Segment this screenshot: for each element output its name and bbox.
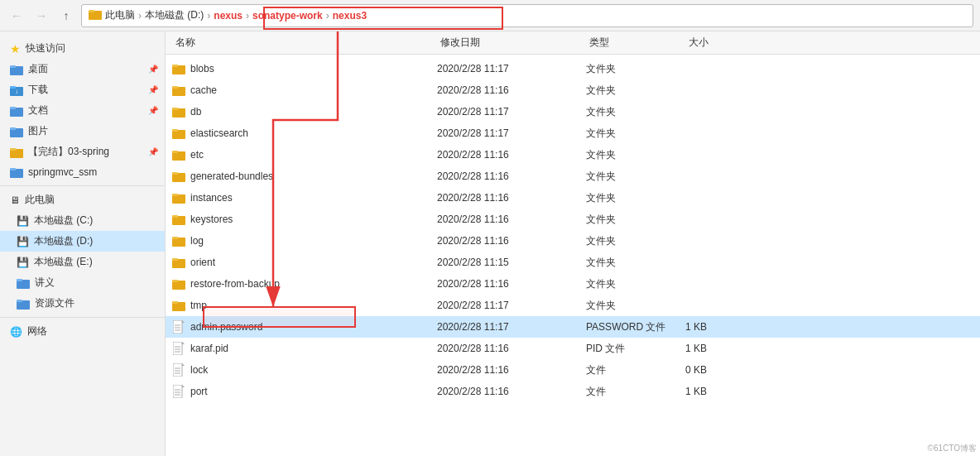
file-row[interactable]: log 2020/2/28 11:16 文件夹 [166,230,980,252]
svg-rect-42 [172,301,178,304]
file-type-cell: 文件 [586,363,685,377]
file-row[interactable]: cache 2020/2/28 11:16 文件夹 [166,79,980,101]
file-name-cell: elasticsearch [172,127,437,140]
file-name-cell: blobs [172,62,437,75]
file-name-cell: instances [172,191,437,204]
file-date-cell: 2020/2/28 11:16 [437,278,586,290]
svg-rect-1 [89,10,94,12]
sidebar-item-downloads[interactable]: ↓ 下载 📌 [0,79,165,100]
file-icon-folder [172,148,185,161]
column-headers: 名称 修改日期 类型 大小 [166,31,980,55]
file-name-cell: db [172,105,437,118]
file-type-cell: 文件夹 [586,148,685,162]
file-date-cell: 2020/2/28 11:15 [437,257,586,268]
sidebar-item-network[interactable]: 🌐 网络 [0,321,165,342]
file-row[interactable]: lock 2020/2/28 11:16 文件 0 KB [166,359,980,381]
breadcrumb-sonatype[interactable]: sonatype-work [252,10,323,22]
breadcrumb-pc[interactable]: 此电脑 [105,8,135,22]
file-name-text: elasticsearch [190,127,248,139]
file-icon-file [172,385,185,398]
file-type-cell: 文件夹 [586,299,685,313]
file-type-cell: 文件夹 [586,256,685,270]
sidebar-item-drive-e[interactable]: 💾 本地磁盘 (E:) [0,252,165,272]
sidebar-item-ssm[interactable]: springmvc_ssm [0,162,165,182]
file-list: blobs 2020/2/28 11:17 文件夹 cache 2020/2/2… [166,55,980,456]
file-date-cell: 2020/2/28 11:16 [437,214,586,225]
col-header-type[interactable]: 类型 [586,36,685,50]
file-name-text: lock [190,364,208,376]
file-size-cell: 1 KB [685,343,752,354]
file-row[interactable]: tmp 2020/2/28 11:17 文件夹 [166,295,980,316]
file-name-cell: etc [172,148,437,161]
svg-rect-48 [173,342,182,355]
sidebar-item-docs[interactable]: 文档 📌 [0,100,165,121]
sidebar-label-pics: 图片 [28,124,48,138]
file-row[interactable]: elasticsearch 2020/2/28 11:17 文件夹 [166,122,980,144]
svg-marker-54 [182,363,185,366]
file-name-text: log [190,235,204,247]
sidebar-label-this-pc: 此电脑 [25,193,55,207]
file-name-cell: cache [172,84,437,97]
file-row[interactable]: admin.password 2020/2/28 11:17 PASSWORD … [166,316,980,338]
quick-access-label: 快速访问 [26,41,65,55]
drive-c-icon: 💾 [17,215,29,227]
file-name-text: blobs [190,63,214,74]
file-type-cell: 文件夹 [586,213,685,227]
file-row[interactable]: generated-bundles 2020/2/28 11:16 文件夹 [166,166,980,187]
file-row[interactable]: etc 2020/2/28 11:16 文件夹 [166,144,980,166]
breadcrumb-d[interactable]: 本地磁盘 (D:) [145,8,204,22]
svg-rect-58 [173,385,182,398]
file-type-cell: 文件夹 [586,62,685,76]
file-name-cell: admin.password [172,320,437,334]
col-header-date[interactable]: 修改日期 [437,36,586,50]
file-row[interactable]: instances 2020/2/28 11:16 文件夹 [166,187,980,209]
svg-rect-24 [172,108,178,110]
col-header-size[interactable]: 大小 [685,36,752,50]
file-row[interactable]: db 2020/2/28 11:17 文件夹 [166,101,980,122]
breadcrumb-sep-3: › [246,10,249,22]
ssm-folder-icon [10,166,23,179]
breadcrumb-nexus3[interactable]: nexus3 [333,10,367,22]
desktop-folder-icon [10,63,23,76]
sidebar-item-ziyuan[interactable]: 资源文件 [0,293,165,314]
file-icon-folder [172,299,185,312]
sidebar-label-docs: 文档 [28,103,48,118]
sidebar-item-pics[interactable]: 图片 [0,121,165,142]
file-row[interactable]: orient 2020/2/28 11:15 文件夹 [166,252,980,273]
file-size-cell: 0 KB [685,364,752,376]
svg-marker-44 [182,320,185,323]
file-name-cell: generated-bundles [172,170,437,183]
file-type-cell: 文件 [586,385,685,399]
file-name-text: cache [190,84,217,96]
file-row[interactable]: restore-from-backup 2020/2/28 11:16 文件夹 [166,273,980,295]
pics-folder-icon [10,125,23,138]
file-name-cell: orient [172,256,437,269]
file-row[interactable]: keystores 2020/2/28 11:16 文件夹 [166,209,980,230]
up-button[interactable]: ↑ [56,6,76,26]
forward-button[interactable]: → [31,6,51,26]
spring-folder-icon [10,146,23,159]
file-date-cell: 2020/2/28 11:16 [437,235,586,247]
file-date-cell: 2020/2/28 11:16 [437,170,586,182]
sidebar-item-this-pc[interactable]: 🖥 此电脑 [0,190,165,210]
file-type-cell: 文件夹 [586,105,685,119]
file-type-cell: 文件夹 [586,170,685,184]
address-bar[interactable]: 此电脑 › 本地磁盘 (D:) › nexus › sonatype-work … [81,4,973,27]
svg-rect-8 [10,107,16,109]
file-name-cell: keystores [172,213,437,226]
sidebar-item-spring[interactable]: 【完结】03-spring 📌 [0,142,165,162]
file-row[interactable]: karaf.pid 2020/2/28 11:16 PID 文件 1 KB [166,338,980,359]
sidebar-item-jiangyi[interactable]: 讲义 [0,272,165,293]
sidebar-item-desktop[interactable]: 桌面 📌 [0,59,165,79]
col-header-name[interactable]: 名称 [172,36,437,50]
sidebar-item-drive-d[interactable]: 💾 本地磁盘 (D:) [0,231,165,252]
breadcrumb-nexus[interactable]: nexus [214,10,243,22]
back-button[interactable]: ← [7,6,26,26]
file-type-cell: 文件夹 [586,127,685,141]
drive-d-icon: 💾 [17,236,29,247]
file-icon-folder [172,84,185,97]
sidebar-item-drive-c[interactable]: 💾 本地磁盘 (C:) [0,210,165,231]
file-date-cell: 2020/2/28 11:17 [437,127,586,139]
file-row[interactable]: port 2020/2/28 11:16 文件 1 KB [166,381,980,402]
file-row[interactable]: blobs 2020/2/28 11:17 文件夹 [166,58,980,79]
